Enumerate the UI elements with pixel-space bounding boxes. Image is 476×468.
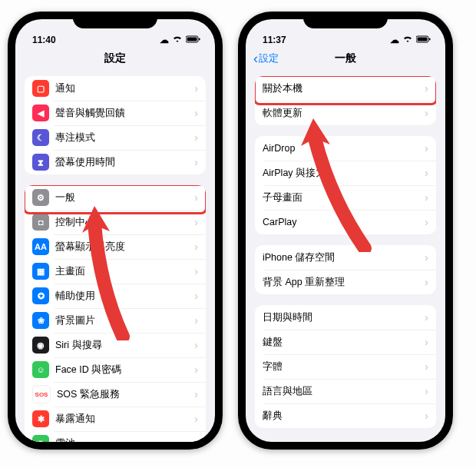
row-label: AirDrop — [263, 143, 425, 154]
chevron-right-icon: › — [194, 339, 198, 351]
row-label: SOS 緊急服務 — [57, 388, 194, 401]
settings-group-2: ⚙一般›◘控制中心›AA螢幕顯示與亮度›▦主畫面›✪輔助使用›❀背景圖片›◉Si… — [25, 185, 206, 442]
row-datetime[interactable]: 日期與時間› — [255, 305, 436, 330]
row-faceid[interactable]: ☺Face ID 與密碼› — [25, 357, 206, 382]
chevron-left-icon: ‹ — [253, 51, 258, 65]
wifi-icon — [172, 35, 183, 45]
row-label: 聲音與觸覺回饋 — [55, 107, 194, 120]
row-accessibility[interactable]: ✪輔助使用› — [25, 284, 206, 308]
row-bgrefresh[interactable]: 背景 App 重新整理› — [255, 270, 436, 294]
chevron-right-icon: › — [194, 290, 198, 302]
chevron-right-icon: › — [194, 131, 198, 144]
chevron-right-icon: › — [194, 82, 198, 95]
exposure-icon: ✱ — [32, 410, 49, 427]
row-label: 背景圖片 — [55, 314, 194, 327]
display-icon: AA — [32, 238, 49, 255]
row-label: 螢幕使用時間 — [55, 156, 194, 169]
row-exposure[interactable]: ✱暴露通知› — [25, 407, 206, 431]
chevron-right-icon: › — [425, 191, 428, 204]
general-group-1: 關於本機›軟體更新› — [255, 76, 436, 125]
row-label: iPhone 儲存空間 — [263, 251, 425, 264]
row-display[interactable]: AA螢幕顯示與亮度› — [25, 234, 206, 259]
row-sounds[interactable]: ◀聲音與觸覺回饋› — [25, 101, 206, 125]
chevron-right-icon: › — [194, 216, 198, 228]
row-wallpaper[interactable]: ❀背景圖片› — [25, 308, 206, 333]
chevron-right-icon: › — [425, 311, 428, 324]
vpn-icon: ☁ — [390, 35, 399, 45]
wallpaper-icon: ❀ — [32, 312, 49, 329]
chevron-right-icon: › — [194, 413, 198, 425]
row-update[interactable]: 軟體更新› — [255, 101, 436, 125]
phone-right: 11:37 ☁ ‹ 設定 一般 關於本機›軟體更新› AirDrop›A — [238, 12, 453, 450]
row-notifications[interactable]: ▢通知› — [25, 76, 206, 101]
svg-rect-2 — [199, 38, 200, 41]
general-group-2: AirDrop›AirPlay 與接力›子母畫面›CarPlay› — [255, 136, 436, 234]
svg-rect-5 — [429, 38, 431, 41]
chevron-right-icon: › — [425, 385, 428, 397]
row-label: 字體 — [263, 360, 425, 373]
row-label: Face ID 與密碼 — [55, 363, 194, 377]
row-label: 辭典 — [263, 410, 425, 423]
chevron-right-icon: › — [425, 410, 428, 422]
notch — [73, 12, 157, 28]
row-siri[interactable]: ◉Siri 與搜尋› — [25, 333, 206, 357]
row-battery[interactable]: ▮電池› — [25, 431, 206, 442]
svg-rect-1 — [187, 38, 197, 41]
back-button[interactable]: ‹ 設定 — [253, 51, 279, 65]
general-group-4: 日期與時間›鍵盤›字體›語言與地區›辭典› — [255, 305, 436, 428]
row-label: 軟體更新 — [263, 107, 425, 120]
row-keyboard[interactable]: 鍵盤› — [255, 330, 436, 354]
chevron-right-icon: › — [194, 314, 198, 327]
row-label: AirPlay 與接力 — [263, 167, 425, 180]
back-label: 設定 — [259, 51, 279, 65]
screen-left: 11:40 ☁ 設定 ▢通知›◀聲音與觸覺回饋›☾專注模式›⧗螢幕使用時間› ⚙… — [15, 19, 215, 442]
sounds-icon: ◀ — [32, 105, 49, 121]
row-storage[interactable]: iPhone 儲存空間› — [255, 245, 436, 270]
siri-icon: ◉ — [32, 337, 49, 353]
row-sos[interactable]: SOSSOS 緊急服務› — [25, 382, 206, 407]
battery-icon: ▮ — [32, 435, 49, 442]
row-airplay[interactable]: AirPlay 與接力› — [255, 161, 436, 185]
row-label: 通知 — [55, 82, 194, 95]
row-fonts[interactable]: 字體› — [255, 354, 436, 379]
row-label: 鍵盤 — [263, 336, 425, 349]
row-pip[interactable]: 子母畫面› — [255, 185, 436, 210]
row-label: 專注模式 — [55, 131, 194, 144]
page-title: 一般 — [335, 51, 356, 65]
status-icons: ☁ — [390, 35, 431, 45]
row-airdrop[interactable]: AirDrop› — [255, 136, 436, 161]
screentime-icon: ⧗ — [32, 154, 49, 171]
row-about[interactable]: 關於本機› — [255, 76, 436, 101]
row-label: CarPlay — [263, 217, 425, 227]
status-time: 11:37 — [263, 35, 286, 45]
row-label: 暴露通知 — [55, 413, 194, 426]
screen-right: 11:37 ☁ ‹ 設定 一般 關於本機›軟體更新› AirDrop›A — [246, 19, 445, 442]
chevron-right-icon: › — [194, 363, 198, 376]
chevron-right-icon: › — [194, 156, 198, 168]
row-home[interactable]: ▦主畫面› — [25, 259, 206, 284]
faceid-icon: ☺ — [32, 361, 49, 378]
chevron-right-icon: › — [425, 251, 428, 264]
chevron-right-icon: › — [194, 437, 198, 442]
notifications-icon: ▢ — [32, 80, 49, 97]
svg-rect-4 — [418, 38, 428, 41]
row-dictionary[interactable]: 辭典› — [255, 403, 436, 428]
chevron-right-icon: › — [425, 82, 428, 95]
header-right: ‹ 設定 一般 — [246, 45, 445, 71]
row-label: 一般 — [55, 191, 194, 204]
header-left: 設定 — [15, 45, 215, 71]
row-general[interactable]: ⚙一般› — [25, 185, 206, 210]
row-focus[interactable]: ☾專注模式› — [25, 125, 206, 150]
notch — [303, 12, 388, 28]
chevron-right-icon: › — [194, 107, 198, 119]
row-label: 螢幕顯示與亮度 — [55, 241, 194, 254]
row-language[interactable]: 語言與地區› — [255, 379, 436, 403]
home-icon: ▦ — [32, 263, 49, 280]
chevron-right-icon: › — [425, 142, 428, 154]
row-screentime[interactable]: ⧗螢幕使用時間› — [25, 150, 206, 174]
battery-icon — [416, 35, 431, 45]
chevron-right-icon: › — [425, 216, 428, 228]
chevron-right-icon: › — [194, 241, 198, 253]
row-controlcenter[interactable]: ◘控制中心› — [25, 210, 206, 234]
row-carplay[interactable]: CarPlay› — [255, 210, 436, 234]
